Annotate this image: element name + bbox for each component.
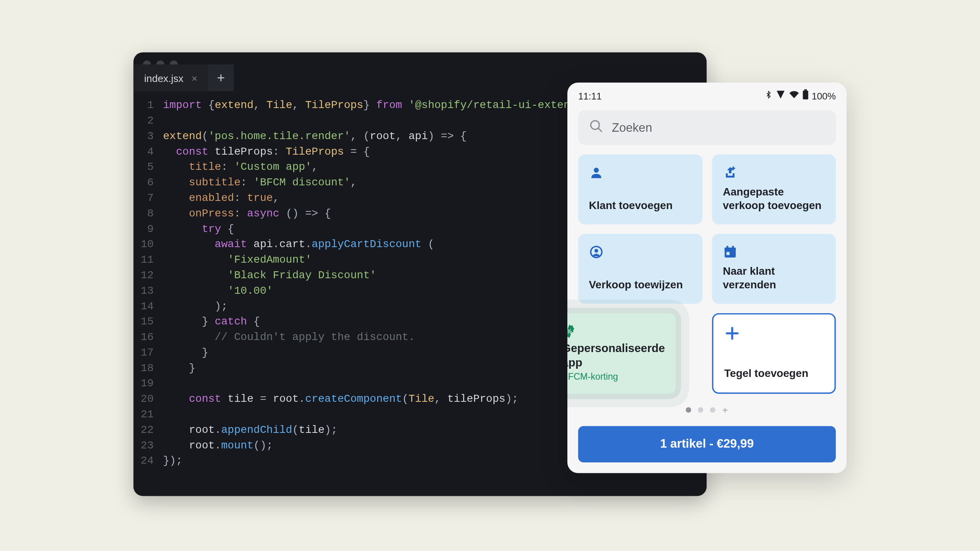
svg-rect-1: [804, 89, 807, 91]
wifi-icon: [789, 90, 800, 101]
editor-tab-index[interactable]: index.jsx ×: [133, 65, 208, 91]
svg-rect-11: [726, 246, 728, 249]
window-controls: [133, 52, 707, 65]
pager-dot-2[interactable]: [698, 407, 704, 412]
page-indicator: +: [567, 394, 847, 422]
tile-label: Gepersonaliseerde app: [567, 342, 665, 370]
search-icon: [589, 119, 604, 136]
svg-rect-0: [803, 91, 808, 99]
upload-plus-icon: [723, 165, 825, 183]
tile-ship-to-customer[interactable]: Naar klant verzenden: [712, 234, 836, 304]
svg-rect-12: [732, 246, 734, 249]
tile-custom-sale[interactable]: Aangepaste verkoop toevoegen: [712, 155, 836, 225]
status-time: 11:11: [578, 90, 602, 101]
person-icon: [589, 165, 692, 183]
calendar-icon: [723, 244, 825, 262]
svg-point-8: [595, 249, 598, 253]
user-circle-icon: [589, 244, 692, 262]
pager-dot-3[interactable]: [710, 407, 716, 412]
code-content[interactable]: import {extend, Tile, TileProps} from '@…: [163, 98, 615, 469]
tile-label: Naar klant verzenden: [723, 265, 825, 291]
svg-rect-13: [726, 252, 730, 255]
svg-line-3: [598, 128, 602, 132]
pager-add-page-icon[interactable]: +: [723, 404, 728, 415]
close-tab-icon[interactable]: ×: [192, 72, 198, 84]
tile-label: Klant toevoegen: [589, 199, 692, 213]
pager-dot-1[interactable]: [686, 407, 691, 412]
tile-label: Aangepaste verkoop toevoegen: [723, 185, 825, 212]
battery-percent: 100%: [812, 90, 836, 101]
tile-subtitle: BFCM-korting: [567, 371, 665, 382]
checkout-label: 1 artikel - €29,99: [660, 437, 754, 451]
bluetooth-icon: [765, 90, 773, 101]
pos-phone-mock: 11:11 100% Zoeken: [567, 82, 847, 473]
battery-icon: [802, 89, 809, 102]
svg-rect-10: [724, 248, 736, 251]
tile-label: Tegel toevoegen: [724, 366, 824, 380]
search-input[interactable]: Zoeken: [578, 110, 836, 145]
signal-icon: [775, 90, 786, 101]
tile-label: Verkoop toewijzen: [589, 278, 692, 292]
line-number-gutter: 123456789101112131415161718192021222324: [133, 98, 163, 469]
status-bar: 11:11 100%: [567, 82, 847, 105]
checkout-button[interactable]: 1 artikel - €29,99: [578, 426, 836, 462]
svg-point-4: [594, 168, 599, 173]
tile-custom-app[interactable]: % Gepersonaliseerde app BFCM-korting: [567, 313, 676, 394]
tile-assign-sale[interactable]: Verkoop toewijzen: [578, 234, 703, 304]
svg-rect-6: [732, 168, 735, 169]
svg-point-2: [591, 121, 599, 129]
tile-add-tile[interactable]: Tegel toevoegen: [712, 313, 836, 394]
tile-add-customer[interactable]: Klant toevoegen: [578, 155, 703, 225]
tab-filename: index.jsx: [144, 72, 184, 84]
svg-text:%: %: [567, 328, 572, 335]
tile-grid: Klant toevoegen Aangepaste verkoop toevo…: [567, 155, 847, 394]
new-tab-button[interactable]: +: [208, 65, 234, 91]
discount-badge-icon: %: [567, 324, 665, 342]
search-placeholder: Zoeken: [612, 120, 652, 134]
plus-icon: [724, 325, 824, 344]
